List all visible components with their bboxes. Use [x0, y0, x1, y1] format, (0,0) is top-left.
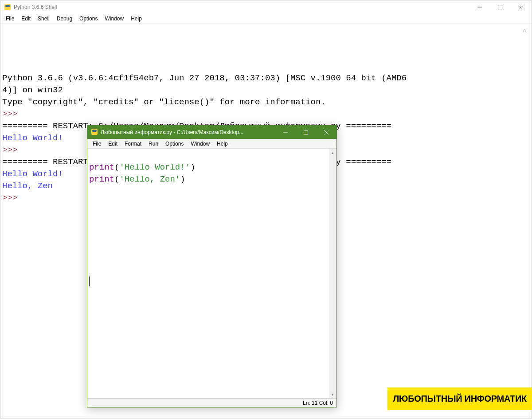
maximize-button[interactable] — [490, 0, 510, 14]
cursor-position: Ln: 11 Col: 0 — [303, 400, 333, 406]
editor-titlebar[interactable]: Любопытный информатик.py - C:/Users/Макс… — [87, 126, 336, 139]
menu-help[interactable]: Help — [127, 15, 145, 23]
shell-menubar: File Edit Shell Debug Options Window Hel… — [0, 14, 532, 24]
minimize-button[interactable] — [469, 0, 490, 14]
python-icon — [91, 128, 98, 137]
menu-edit[interactable]: Edit — [105, 140, 121, 148]
output-line: Hello World! — [2, 133, 63, 143]
menu-options[interactable]: Options — [76, 15, 101, 23]
menu-window[interactable]: Window — [101, 15, 127, 23]
editor-scrollbar[interactable]: ▴ ▾ — [329, 149, 336, 398]
banner-line: Python 3.6.6 (v3.6.6:4cf1f54eb7, Jun 27 … — [2, 73, 407, 83]
shell-title: Python 3.6.6 Shell — [14, 4, 57, 10]
watermark-banner: ЛЮБОПЫТНЫЙ ИНФОРМАТИК — [387, 387, 532, 410]
python-icon — [4, 4, 11, 11]
minimize-button[interactable] — [275, 126, 296, 139]
editor-window: Любопытный информатик.py - C:/Users/Макс… — [87, 125, 337, 407]
svg-rect-7 — [92, 130, 97, 132]
shell-window-controls — [469, 0, 531, 14]
menu-shell[interactable]: Shell — [34, 15, 53, 23]
menu-format[interactable]: Format — [121, 140, 145, 148]
editor-menubar: File Edit Format Run Options Window Help — [87, 139, 336, 149]
menu-run[interactable]: Run — [145, 140, 162, 148]
scroll-up-icon[interactable]: ▴ — [329, 149, 336, 156]
editor-code: print('Hello World!') print('Hello, Zen'… — [87, 149, 336, 198]
menu-file[interactable]: File — [2, 15, 18, 23]
maximize-button[interactable] — [296, 126, 316, 139]
svg-rect-1 — [5, 5, 10, 7]
output-line: Hello, Zen — [2, 181, 53, 191]
editor-title: Любопытный информатик.py - C:/Users/Макс… — [101, 129, 243, 135]
code-line: print('Hello, Zen') — [89, 174, 185, 184]
editor-text-area[interactable]: print('Hello World!') print('Hello, Zen'… — [87, 149, 336, 398]
shell-titlebar[interactable]: Python 3.6.6 Shell — [0, 0, 532, 14]
scroll-caret-icon: ^ — [522, 26, 527, 38]
svg-rect-9 — [304, 130, 308, 134]
prompt: >>> — [2, 109, 23, 119]
menu-help[interactable]: Help — [213, 140, 231, 148]
scroll-down-icon[interactable]: ▾ — [329, 391, 336, 398]
close-button[interactable] — [510, 0, 531, 14]
menu-file[interactable]: File — [89, 140, 105, 148]
menu-edit[interactable]: Edit — [18, 15, 34, 23]
editor-statusbar: Ln: 11 Col: 0 — [87, 398, 336, 407]
output-line: Hello World! — [2, 169, 63, 179]
banner-line: 4)] on win32 — [2, 85, 63, 95]
text-cursor — [89, 277, 90, 286]
code-line: print('Hello World!') — [89, 162, 195, 172]
menu-debug[interactable]: Debug — [53, 15, 76, 23]
close-button[interactable] — [316, 126, 336, 139]
menu-window[interactable]: Window — [187, 140, 213, 148]
svg-rect-3 — [498, 5, 502, 9]
banner-line: Type "copyright", "credits" or "license(… — [2, 97, 326, 107]
prompt: >>> — [2, 193, 23, 203]
prompt: >>> — [2, 145, 23, 155]
menu-options[interactable]: Options — [162, 140, 187, 148]
